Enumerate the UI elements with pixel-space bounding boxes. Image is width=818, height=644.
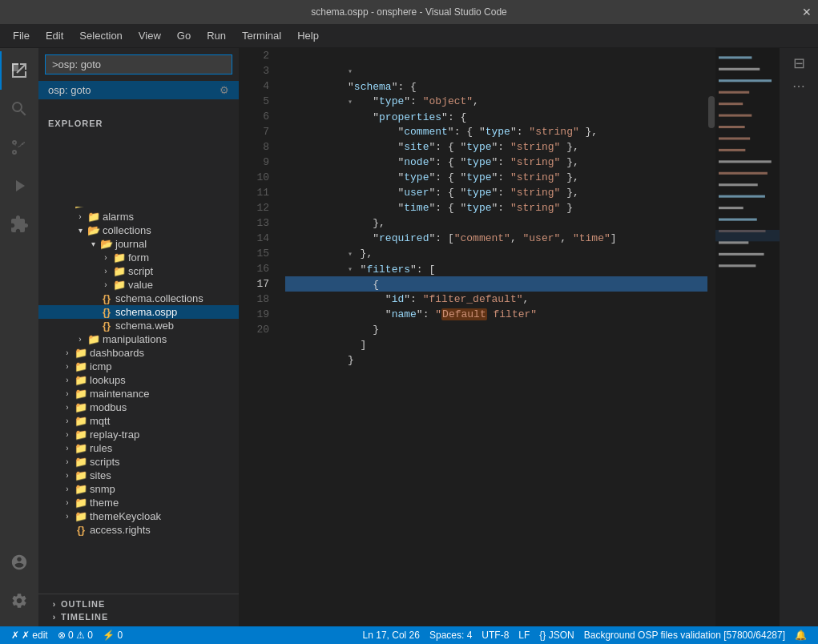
- status-notifications-icon[interactable]: 🔔: [790, 630, 812, 641]
- json-icon-schema-web: {}: [99, 320, 114, 332]
- arrow-snmp: ›: [61, 485, 74, 493]
- label-sites: sites: [90, 469, 239, 481]
- status-errors[interactable]: ⊗ 0 ⚠ 0: [53, 626, 98, 644]
- line-num-4: 4: [239, 78, 269, 94]
- search-activity-icon[interactable]: [0, 90, 38, 128]
- label-snmp: snmp: [90, 483, 239, 495]
- status-errors-label: ⊗ 0 ⚠ 0: [58, 630, 93, 641]
- folder-icon-icmp: 📁: [74, 360, 88, 372]
- timeline-section[interactable]: › TIMELINE: [38, 610, 239, 623]
- command-palette: osp: goto ⚙: [38, 48, 239, 99]
- label-replay-trap: replay-trap: [90, 429, 239, 441]
- tree-item-sites[interactable]: › 📁 sites: [38, 469, 239, 482]
- line-num-17: 17: [239, 276, 269, 292]
- status-warnings[interactable]: ⚡ 0: [98, 626, 127, 644]
- fold-arrow-15[interactable]: ▾: [348, 262, 359, 277]
- label-scripts: scripts: [90, 456, 239, 468]
- tree-item-snmp[interactable]: › 📁 snmp: [38, 482, 239, 496]
- folder-icon-sites: 📁: [74, 469, 88, 481]
- label-icmp: icmp: [90, 360, 239, 372]
- menu-terminal[interactable]: Terminal: [236, 28, 288, 43]
- tree-item-scripts[interactable]: › 📁 scripts: [38, 455, 239, 469]
- tree-item-value[interactable]: › 📁 value: [38, 278, 239, 292]
- line-num-14: 14: [239, 231, 269, 246]
- line-num-9: 9: [239, 155, 269, 170]
- menu-run[interactable]: Run: [200, 28, 232, 43]
- tree-item-themeKeycloak[interactable]: › 📁 themeKeycloak: [38, 509, 239, 523]
- label-collections: collections: [103, 224, 239, 236]
- menu-edit[interactable]: Edit: [39, 28, 70, 43]
- folder-icon-snmp: 📁: [74, 483, 88, 495]
- tree-item-lookups[interactable]: › 📁 lookups: [38, 373, 239, 387]
- tree-item-journal[interactable]: ▾ 📂 journal: [38, 237, 239, 251]
- tree-item-replay-trap[interactable]: › 📁 replay-trap: [38, 428, 239, 441]
- label-value: value: [128, 279, 239, 291]
- tree-item-maintenance[interactable]: › 📁 maintenance: [38, 387, 239, 400]
- tree-item-form[interactable]: › 📁 form: [38, 251, 239, 264]
- timeline-arrow: ›: [48, 613, 61, 622]
- folder-icon-modbus: 📁: [74, 401, 88, 413]
- tree-item-mqtt[interactable]: › 📁 mqtt: [38, 414, 239, 428]
- tree-item-modbus[interactable]: › 📁 modbus: [38, 400, 239, 414]
- status-encoding[interactable]: UTF-8: [477, 630, 514, 641]
- menu-help[interactable]: Help: [291, 28, 325, 43]
- folder-icon-alarms: 📁: [87, 211, 101, 223]
- more-actions-icon[interactable]: ⋯: [792, 78, 805, 94]
- status-bar: ✗ ✗ edit ⊗ 0 ⚠ 0 ⚡ 0 Ln 17, Col 26 Space…: [0, 626, 818, 644]
- editor-content[interactable]: 2 3 4 5 6 7 8 9 10 11 12 13 14 15 16 17 …: [239, 48, 818, 626]
- extensions-activity-icon[interactable]: [0, 205, 38, 244]
- run-activity-icon[interactable]: [0, 167, 38, 205]
- status-eol[interactable]: LF: [514, 630, 534, 641]
- tree-item-access-rights[interactable]: › {} access.rights: [38, 523, 239, 537]
- tree-item-script[interactable]: › 📁 script: [38, 264, 239, 278]
- editor-scrollbar[interactable]: [707, 48, 715, 626]
- sidebar-header: Explorer: [38, 112, 239, 135]
- editor-area: 2 3 4 5 6 7 8 9 10 11 12 13 14 15 16 17 …: [239, 48, 818, 626]
- tree-item-schema-ospp[interactable]: › {} schema.ospp: [38, 305, 239, 319]
- menu-go[interactable]: Go: [171, 28, 197, 43]
- arrow-root: ▾: [61, 207, 74, 207]
- status-language-label: {} JSON: [539, 630, 574, 641]
- folder-icon-mqtt: 📁: [74, 415, 88, 427]
- arrow-mqtt: ›: [61, 417, 74, 425]
- status-language[interactable]: {} JSON: [534, 630, 578, 641]
- label-schema-web: schema.web: [115, 320, 239, 332]
- command-palette-result[interactable]: osp: goto ⚙: [38, 81, 239, 99]
- status-cursor-label: Ln 17, Col 26: [363, 630, 420, 641]
- tree-item-dashboards[interactable]: › 📁 dashboards: [38, 346, 239, 360]
- menu-file[interactable]: File: [6, 28, 36, 43]
- tree-item-icmp[interactable]: › 📁 icmp: [38, 360, 239, 373]
- line-num-2: 2: [239, 48, 269, 63]
- account-activity-icon[interactable]: [0, 543, 38, 582]
- source-control-activity-icon[interactable]: [0, 128, 38, 167]
- tree-item-rules[interactable]: › 📁 rules: [38, 441, 239, 455]
- status-validation[interactable]: Background OSP files validation [57800/6…: [579, 630, 790, 641]
- json-icon-schema-collections: {}: [99, 292, 114, 304]
- explorer-tree[interactable]: ▾ ONSPHERE › 📁 .vscode › 📁 certs ›: [38, 207, 239, 594]
- command-palette-input[interactable]: [45, 54, 232, 74]
- tree-item-theme[interactable]: › 📁 theme: [38, 496, 239, 509]
- status-cursor[interactable]: Ln 17, Col 26: [358, 630, 425, 641]
- fold-arrow-14[interactable]: ▾: [348, 247, 359, 262]
- menu-selection[interactable]: Selection: [73, 28, 128, 43]
- settings-activity-icon[interactable]: [0, 582, 38, 620]
- timeline-label: TIMELINE: [61, 612, 108, 622]
- tree-item-collections[interactable]: ▾ 📂 collections: [38, 223, 239, 237]
- close-button[interactable]: ✕: [802, 6, 812, 18]
- fold-arrow-4[interactable]: ▾: [348, 95, 359, 110]
- tree-item-schema-web[interactable]: › {} schema.web: [38, 319, 239, 332]
- tree-item-manipulations[interactable]: › 📁 manipulations: [38, 332, 239, 346]
- split-editor-icon[interactable]: ⊟: [793, 54, 805, 72]
- outline-section[interactable]: › OUTLINE: [38, 598, 239, 610]
- outline-label: OUTLINE: [61, 599, 105, 609]
- status-spaces[interactable]: Spaces: 4: [425, 630, 477, 641]
- status-branch[interactable]: ✗ ✗ edit: [6, 626, 53, 644]
- explorer-activity-icon[interactable]: [0, 51, 38, 90]
- label-mqtt: mqtt: [90, 415, 239, 427]
- tree-item-alarms[interactable]: › 📁 alarms: [38, 210, 239, 223]
- menu-view[interactable]: View: [132, 28, 167, 43]
- scrollbar-thumb[interactable]: [708, 96, 715, 128]
- fold-arrow-2[interactable]: ▾: [348, 64, 359, 79]
- tree-item-schema-collections[interactable]: › {} schema.collections: [38, 292, 239, 305]
- code-editor[interactable]: ▾ "schema": { "type": "object", ▾ "prope…: [279, 48, 707, 626]
